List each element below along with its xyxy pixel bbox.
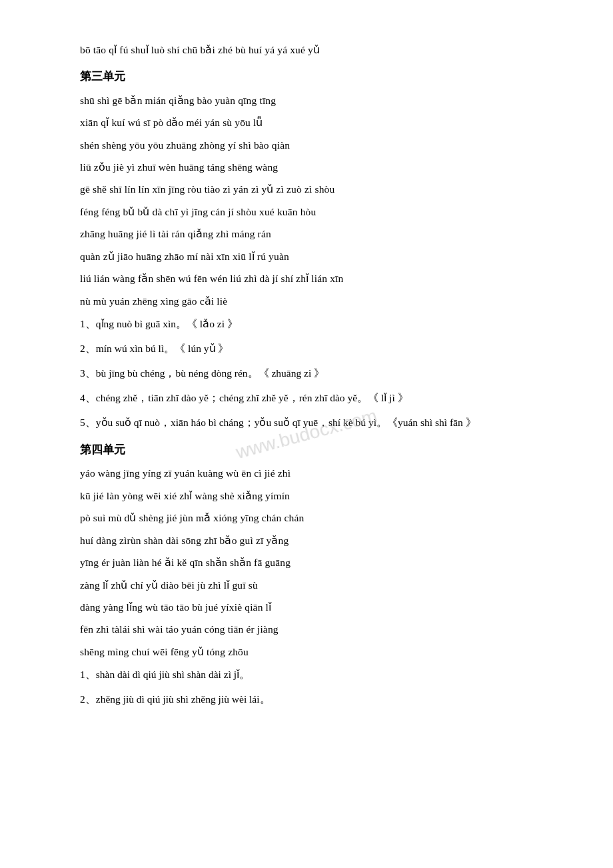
numbered-4-2: 2、zhěng jiù dì qiú jiù shì zhěng jiù wèi… bbox=[80, 689, 546, 709]
numbered-3-1: 1、qǐng nuò bì guā xìn。《 lǎo zi 》 bbox=[80, 313, 546, 334]
page-content: bō tāo qǐ fú shuǐ luò shí chū bǎi zhé bù… bbox=[80, 40, 546, 709]
line-4-2: kū jié làn yòng wēi xié zhǐ wàng shè xiǎ… bbox=[80, 486, 546, 505]
line-3-10: nù mù yuán zhēng xìng gāo cǎi liè bbox=[80, 291, 546, 311]
line-4-1: yáo wàng jīng yíng zī yuán kuàng wù ēn c… bbox=[80, 463, 546, 483]
line-3-4: liū zǒu jiè yì zhuī wèn huāng táng shēng… bbox=[80, 157, 546, 177]
line-4-6: zàng lǐ zhǔ chí yǔ diào bēi jù zhì lǐ gu… bbox=[80, 575, 546, 595]
section3-title: 第三单元 bbox=[80, 66, 546, 87]
numbered-3-5: 5、yǒu suǒ qī nuò，xiān háo bì cháng；yǒu s… bbox=[80, 412, 546, 433]
line-3-9: liú lián wàng fǎn shēn wú fēn wén liú zh… bbox=[80, 269, 546, 288]
line-4-5: yīng ér juàn liàn hé ǎi kě qīn shǎn shǎn… bbox=[80, 553, 546, 572]
line-4-4: huí dàng zìrùn shàn dài sōng zhī bǎo guì… bbox=[80, 531, 546, 550]
line-3-1: shū shì gē bǎn mián qiǎng bào yuàn qīng … bbox=[80, 91, 546, 110]
line-3-3: shén shèng yōu yōu zhuāng zhòng yí shì b… bbox=[80, 135, 546, 155]
numbered-4-1: 1、shàn dài dì qiú jiù shì shàn dài zì jǐ… bbox=[80, 664, 546, 685]
line-4-7: dàng yàng lǐng wù tāo tāo bù jué yíxiè q… bbox=[80, 597, 546, 617]
line-3-5: gē shě shī lín lín xīn jīng ròu tiào zì … bbox=[80, 179, 546, 199]
line-3-6: féng féng bǔ bǔ dà chī yì jīng cán jí sh… bbox=[80, 202, 546, 221]
line-3-7: zhāng huāng jié lì tài rán qiǎng zhì mán… bbox=[80, 224, 546, 243]
line-3-2: xiān qǐ kuí wú sī pò dǎo méi yán sù yōu … bbox=[80, 113, 546, 132]
line-0: bō tāo qǐ fú shuǐ luò shí chū bǎi zhé bù… bbox=[80, 40, 546, 59]
line-3-8: quàn zǔ jiāo huāng zhāo mí nài xīn xiū l… bbox=[80, 247, 546, 266]
numbered-3-3: 3、bù jīng bù chéng，bù néng dòng rén。《 zh… bbox=[80, 363, 546, 383]
line-4-9: shēng mìng chuí wēi fēng yǔ tóng zhōu bbox=[80, 642, 546, 661]
numbered-3-4: 4、chéng zhě，tiān zhī dào yě；chéng zhī zh… bbox=[80, 387, 546, 408]
numbered-3-2: 2、mín wú xìn bú lì。《 lún yǔ 》 bbox=[80, 338, 546, 359]
line-4-3: pò suì mù dǔ shèng jié jùn mǎ xióng yīng… bbox=[80, 508, 546, 527]
section4-title: 第四单元 bbox=[80, 439, 546, 461]
line-4-8: fēn zhì tàlái shì wài táo yuán cóng tiān… bbox=[80, 619, 546, 639]
